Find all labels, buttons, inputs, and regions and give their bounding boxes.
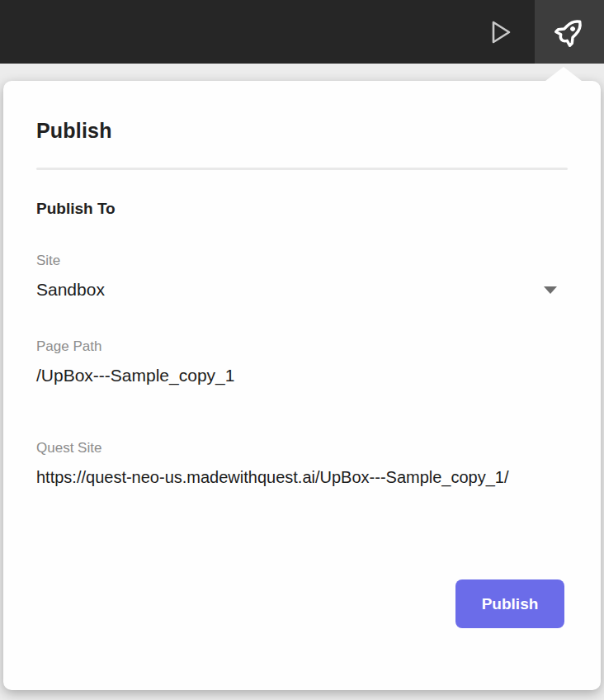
site-select[interactable]: Sandbox <box>36 280 568 300</box>
popover-caret <box>545 67 582 81</box>
button-row: Publish <box>36 579 568 628</box>
publish-to-heading: Publish To <box>36 200 568 218</box>
quest-site-label: Quest Site <box>36 440 568 456</box>
popover-title: Publish <box>36 81 568 143</box>
page-path-value: /UpBox---Sample_copy_1 <box>36 366 568 385</box>
toolbar <box>0 0 604 64</box>
play-icon <box>484 16 517 49</box>
site-select-value: Sandbox <box>36 280 105 300</box>
chevron-down-icon <box>544 286 557 294</box>
divider <box>36 168 568 170</box>
quest-site-url: https://quest-neo-us.madewithquest.ai/Up… <box>36 465 568 490</box>
site-field-label: Site <box>36 253 568 269</box>
rocket-icon <box>550 13 588 51</box>
publish-button[interactable]: Publish <box>455 579 564 628</box>
publish-button-toolbar[interactable] <box>535 0 604 64</box>
preview-button[interactable] <box>465 0 535 64</box>
publish-popover: Publish Publish To Site Sandbox Page Pat… <box>3 81 601 690</box>
page-path-label: Page Path <box>36 338 568 355</box>
